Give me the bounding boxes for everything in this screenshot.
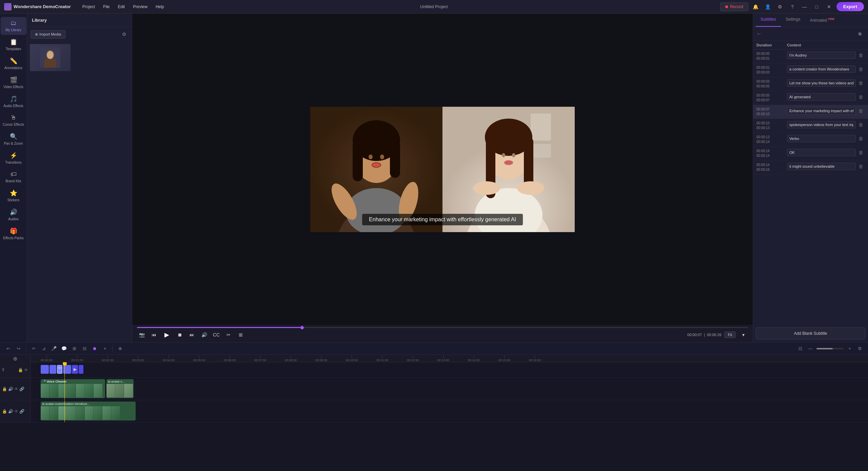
track-2-link[interactable]: 🔗 <box>19 409 24 414</box>
track-lock[interactable]: 🔒 <box>18 368 23 372</box>
track-2-lock[interactable]: 🔒 <box>2 409 7 414</box>
settings-btn[interactable]: ⚙ <box>775 2 785 12</box>
fit-button[interactable]: Fit <box>724 331 736 338</box>
tab-subtitles[interactable]: Subtitles <box>756 14 781 27</box>
subtitle-input-1[interactable] <box>787 52 856 59</box>
tl-split[interactable]: ⊿ <box>40 345 48 353</box>
media-thumbnail-1[interactable] <box>30 44 71 71</box>
tl-zoom-out[interactable]: — <box>806 345 814 353</box>
tl-cut[interactable]: ✂ <box>29 345 38 353</box>
subtitle-input-9[interactable] <box>787 163 856 170</box>
track-1-link[interactable]: 🔗 <box>19 387 24 391</box>
step-forward-btn[interactable]: ⏭ <box>187 330 197 340</box>
volume-btn[interactable]: 🔊 <box>199 330 209 340</box>
stop-btn[interactable]: ⏹ <box>175 330 184 340</box>
subtitle-delete-7[interactable]: 🗑 <box>857 135 865 142</box>
sidebar-item-brand-kits[interactable]: 🏷 Brand Kits <box>1 168 26 186</box>
captions-btn[interactable]: CC <box>212 330 221 340</box>
track-2-eye[interactable]: 👁 <box>14 409 18 414</box>
zoom-bar[interactable] <box>816 348 844 349</box>
add-blank-subtitle-button[interactable]: Add Blank Subtitle <box>756 327 865 340</box>
tl-group[interactable]: ⊞ <box>70 345 78 353</box>
video-clip-2[interactable]: ai-avatar-customization-introduce... <box>41 402 136 421</box>
tl-zoom-in[interactable]: + <box>846 345 854 353</box>
maximize-btn[interactable]: □ <box>812 2 822 12</box>
subtitle-delete-1[interactable]: 🗑 <box>857 52 865 59</box>
subtitle-delete-5[interactable]: 🗑 <box>857 107 865 114</box>
import-media-button[interactable]: ⊕ Import Media <box>31 30 65 39</box>
menu-help[interactable]: Help <box>152 3 167 11</box>
tl-marker[interactable]: ⌖ <box>101 345 109 353</box>
track-1-eye[interactable]: 👁 <box>14 387 18 391</box>
subtitle-list-item-5[interactable]: 00:00:0700:00:10 🗑 <box>753 105 868 119</box>
subtitle-delete-8[interactable]: 🗑 <box>857 149 865 156</box>
tl-settings[interactable]: ⚙ <box>856 345 864 353</box>
subtitle-input-3[interactable] <box>787 79 856 87</box>
sidebar-item-audios[interactable]: 🔊 Audios <box>1 206 26 224</box>
video-clip-1[interactable]: 🎤 Voice Cleaner <box>41 379 105 398</box>
subtitle-list-item-1[interactable]: 00:00:0000:00:01 🗑 <box>753 49 868 63</box>
tl-add-track[interactable]: ⊕ <box>116 345 124 353</box>
subtitle-delete-6[interactable]: 🗑 <box>857 121 865 128</box>
subtitle-input-2[interactable] <box>787 65 856 73</box>
back-arrow[interactable]: ← <box>756 31 762 37</box>
sidebar-item-audio-effects[interactable]: 🎵 Audio Effects <box>1 93 26 111</box>
track-2-audio[interactable]: 🔊 <box>8 409 13 414</box>
resize-btn[interactable]: ⊞ <box>236 330 245 340</box>
subtitle-clip-1[interactable] <box>41 365 49 374</box>
help-btn[interactable]: ? <box>788 2 797 12</box>
progress-track[interactable] <box>137 327 748 328</box>
notification-btn[interactable]: 🔔 <box>751 2 761 12</box>
subtitle-list-item-4[interactable]: 00:00:0500:00:07 🗑 <box>753 91 868 105</box>
subtitle-delete-9[interactable]: 🗑 <box>857 163 865 170</box>
subtitle-input-7[interactable] <box>787 135 856 142</box>
subtitle-list-item-2[interactable]: 00:00:0100:00:03 🗑 <box>753 63 868 77</box>
subtitle-panel-copy[interactable]: ⧉ <box>855 29 865 39</box>
sidebar-item-cursor-effects[interactable]: 🖱 Cursor Effects <box>1 111 26 129</box>
tl-subtitle[interactable]: 💬 <box>60 345 68 353</box>
tab-animated[interactable]: Animated new <box>805 14 839 27</box>
subtitle-delete-3[interactable]: 🗑 <box>857 80 865 86</box>
tl-zoom-fit[interactable]: ⊡ <box>796 345 804 353</box>
tl-add-icon[interactable]: ⊕ <box>11 355 19 363</box>
menu-file[interactable]: File <box>100 3 113 11</box>
minimize-btn[interactable]: — <box>800 2 809 12</box>
tab-settings[interactable]: Settings <box>781 14 805 27</box>
subtitle-delete-2[interactable]: 🗑 <box>857 66 865 73</box>
tl-record[interactable]: ⏺ <box>91 345 99 353</box>
subtitle-clip-3-active[interactable]: En <box>57 365 62 374</box>
tl-undo[interactable]: ↩ <box>4 345 12 353</box>
crop-btn[interactable]: ✂ <box>224 330 233 340</box>
subtitle-input-4[interactable] <box>787 93 856 101</box>
tl-microphone[interactable]: 🎤 <box>50 345 58 353</box>
sidebar-item-pan-zoom[interactable]: 🔍 Pan & Zoom <box>1 130 26 148</box>
subtitle-input-6[interactable] <box>787 121 856 128</box>
tl-redo[interactable]: ↪ <box>14 345 22 353</box>
sidebar-item-templates[interactable]: 📋 Templates <box>1 36 26 54</box>
record-button[interactable]: Record <box>720 2 748 11</box>
subtitle-input-8[interactable] <box>787 149 856 156</box>
subtitle-list-item-3[interactable]: 00:00:0300:00:05 🗑 <box>753 77 868 91</box>
menu-preview[interactable]: Preview <box>130 3 151 11</box>
step-back-btn[interactable]: ⏮ <box>149 330 159 340</box>
tl-ungroup[interactable]: ⊟ <box>80 345 88 353</box>
menu-project[interactable]: Project <box>79 3 98 11</box>
track-1-audio[interactable]: 🔊 <box>8 387 13 391</box>
play-button[interactable]: ▶ <box>161 329 172 340</box>
close-btn[interactable]: ✕ <box>824 2 834 12</box>
sidebar-item-effects-packs[interactable]: 🎁 Effects Packs <box>1 225 26 243</box>
fit-dropdown[interactable]: ▾ <box>738 330 748 340</box>
subtitle-list-item-9[interactable]: 00:00:1400:00:16 🗑 <box>753 161 868 175</box>
subtitle-clip-6[interactable] <box>79 365 83 374</box>
filter-button[interactable]: ⚙ <box>120 30 129 39</box>
subtitle-list-item-6[interactable]: 00:00:1000:00:13 🗑 <box>753 119 868 133</box>
track-mute[interactable]: 👁 <box>24 368 28 372</box>
user-btn[interactable]: 👤 <box>763 2 773 12</box>
subtitle-clip-5[interactable]: ▶ <box>72 365 78 374</box>
screenshot-btn[interactable]: 📷 <box>137 330 146 340</box>
subtitle-input-5[interactable] <box>787 107 856 115</box>
sidebar-item-stickers[interactable]: ⭐ Stickers <box>1 187 26 205</box>
progress-thumb[interactable] <box>300 326 304 329</box>
subtitle-list-item-8[interactable]: 00:00:1400:00:14 🗑 <box>753 147 868 161</box>
video-clip-ai-avatar[interactable]: ai-avatar-c... <box>106 379 134 398</box>
